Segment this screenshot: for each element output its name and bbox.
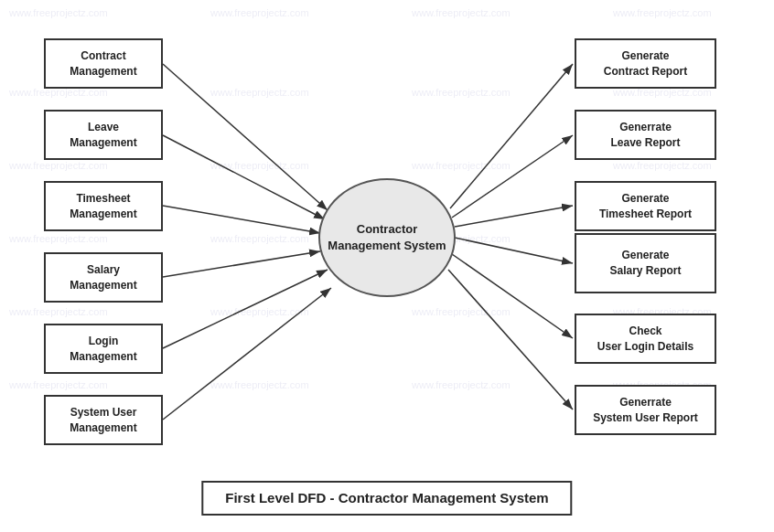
box-sysuser-mgmt: System UserManagement <box>44 395 163 445</box>
svg-line-12 <box>448 270 573 410</box>
box-gen-contract-report: GenerateContract Report <box>575 38 716 89</box>
box-contract-mgmt: ContractManagement <box>44 38 163 89</box>
watermark-23: www.freeprojectz.com <box>412 379 511 390</box>
center-node: Contractor Management System <box>318 178 456 297</box>
watermark-12: www.freeprojectz.com <box>613 160 712 171</box>
diagram-container: www.freeprojectz.com www.freeprojectz.co… <box>0 0 774 532</box>
box-salary-mgmt-label: SalaryManagement <box>70 262 136 293</box>
watermark-17: www.freeprojectz.com <box>9 306 108 317</box>
watermark-10: www.freeprojectz.com <box>210 160 309 171</box>
watermark-19: www.freeprojectz.com <box>412 306 511 317</box>
box-gen-leave-report: GenerrateLeave Report <box>575 110 716 160</box>
svg-line-3 <box>163 206 320 233</box>
diagram-title-box: First Level DFD - Contractor Management … <box>201 481 572 516</box>
box-contract-mgmt-label: ContractManagement <box>70 48 136 80</box>
watermark-4: www.freeprojectz.com <box>613 7 712 18</box>
svg-line-10 <box>455 238 573 263</box>
watermark-11: www.freeprojectz.com <box>412 160 511 171</box>
watermark-18: www.freeprojectz.com <box>210 306 309 317</box>
box-gen-leave-report-label: GenerrateLeave Report <box>610 120 680 151</box>
box-salary-mgmt: SalaryManagement <box>44 252 163 303</box>
box-gen-sysuser-report: GenerrateSystem User Report <box>575 385 716 435</box>
box-login-mgmt-label: LoginManagement <box>70 334 136 365</box>
box-check-login: CheckUser Login Details <box>575 314 716 364</box>
watermark-7: www.freeprojectz.com <box>412 87 511 98</box>
svg-line-11 <box>452 254 573 338</box>
watermark-3: www.freeprojectz.com <box>412 7 511 18</box>
center-node-label: Contractor Management System <box>320 221 454 254</box>
watermark-13: www.freeprojectz.com <box>9 233 108 244</box>
svg-line-8 <box>452 135 573 218</box>
diagram-title: First Level DFD - Contractor Management … <box>225 490 548 505</box>
watermark-2: www.freeprojectz.com <box>210 7 309 18</box>
box-gen-salary-report: GenerateSalary Report <box>575 233 716 293</box>
box-login-mgmt: LoginManagement <box>44 324 163 374</box>
watermark-21: www.freeprojectz.com <box>9 379 108 390</box>
box-gen-contract-report-label: GenerateContract Report <box>604 48 687 80</box>
svg-line-4 <box>163 251 320 277</box>
svg-line-2 <box>163 135 325 219</box>
box-check-login-label: CheckUser Login Details <box>597 324 693 355</box>
svg-line-5 <box>163 270 328 348</box>
watermark-1: www.freeprojectz.com <box>9 7 108 18</box>
svg-line-9 <box>455 206 573 227</box>
box-gen-timesheet-report: GenerateTimesheet Report <box>575 181 716 231</box>
watermark-22: www.freeprojectz.com <box>210 379 309 390</box>
svg-line-7 <box>450 64 573 208</box>
box-gen-timesheet-report-label: GenerateTimesheet Report <box>599 191 692 222</box>
watermark-14: www.freeprojectz.com <box>210 233 309 244</box>
svg-line-1 <box>163 64 328 210</box>
box-leave-mgmt: LeaveManagement <box>44 110 163 160</box>
box-gen-salary-report-label: GenerateSalary Report <box>609 248 681 279</box>
box-sysuser-mgmt-label: System UserManagement <box>70 405 136 436</box>
box-timesheet-mgmt: TimesheetManagement <box>44 181 163 231</box>
watermark-6: www.freeprojectz.com <box>210 87 309 98</box>
box-leave-mgmt-label: LeaveManagement <box>70 120 136 151</box>
box-gen-sysuser-report-label: GenerrateSystem User Report <box>593 395 698 426</box>
box-timesheet-mgmt-label: TimesheetManagement <box>70 191 136 222</box>
svg-line-6 <box>163 288 331 420</box>
watermark-9: www.freeprojectz.com <box>9 160 108 171</box>
